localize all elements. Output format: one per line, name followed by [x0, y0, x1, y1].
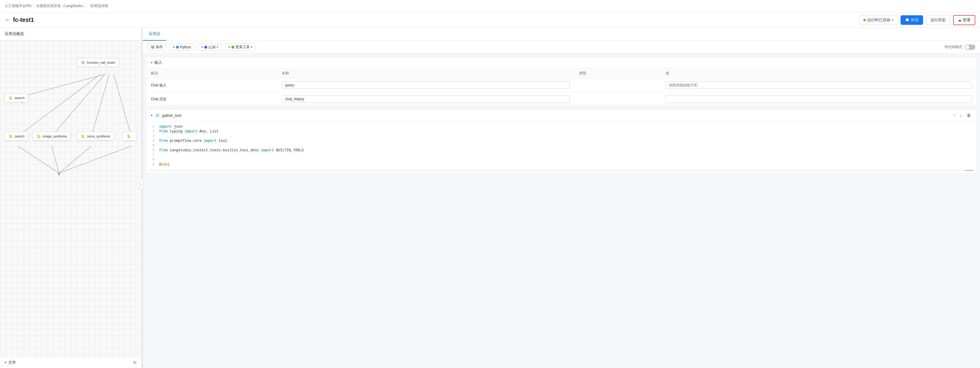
svg-line-4 [114, 74, 131, 136]
col-header-value: 值 [661, 68, 977, 78]
save-icon: 🖫 [151, 45, 154, 49]
svg-line-8 [59, 146, 92, 173]
horizontal-scrollbar[interactable] [965, 170, 974, 171]
code-section-header: ▾ ⚙ gather_tool ↑ ↓ 🗑 [146, 109, 977, 122]
chat-button[interactable]: 💬 对话 [900, 15, 923, 25]
tab-app-flow[interactable]: 应用流 [143, 28, 166, 41]
move-up-button[interactable]: ↑ [952, 113, 956, 118]
page-title: fc-test1 [13, 16, 34, 23]
svg-line-1 [18, 74, 100, 136]
add-more-tools-button[interactable]: + 更多工具 ▾ [225, 43, 256, 51]
code-line-5: 5 [146, 143, 977, 148]
toggle-knob [965, 45, 969, 49]
node-function-call-router[interactable]: ⚙ function_call_router [77, 58, 119, 67]
node-label-router: function_call_router [87, 61, 115, 64]
plus-icon: + [173, 45, 175, 49]
deploy-button[interactable]: ☁ 部署 [953, 15, 975, 25]
code-section-toggle-icon[interactable]: ▾ [151, 114, 153, 117]
runtime-button-label: 运行时已启动 [867, 17, 890, 23]
llm-chevron-icon: ▾ [217, 45, 218, 49]
add-llm-button[interactable]: + LLM ▾ [198, 44, 221, 51]
col-header-type: 类型 [574, 68, 661, 78]
node-label-search-bottom: search [15, 135, 24, 138]
input-row-2-value[interactable] [666, 95, 972, 103]
content-area: ▾ 输入 标识 名称 类型 值 Chat 输入 [143, 54, 980, 368]
left-panel-header: 应用流概览 [0, 28, 142, 40]
node-search-bottom[interactable]: 🐍 search [5, 132, 28, 141]
more-tools-label: 更多工具 [235, 44, 250, 49]
save-label: 保存 [156, 44, 163, 49]
input-section-title: 输入 [154, 60, 162, 65]
input-row-2-name[interactable]: chat_history [282, 95, 570, 103]
llm-label: LLM [208, 45, 215, 49]
llm-dot-icon [204, 46, 207, 49]
deploy-icon: ☁ [958, 18, 961, 22]
left-panel-footer: ▾ 文件 ↻ [0, 357, 142, 368]
input-row-1-name[interactable]: query [282, 81, 570, 89]
input-row-1-type [574, 78, 661, 92]
expand-left-button[interactable]: ‹ [139, 179, 143, 189]
tool-dot-icon [231, 46, 234, 49]
node-search-top[interactable]: 🐍 search [5, 94, 28, 102]
breadcrumb-item-3: 应用流详情 [90, 3, 108, 8]
deploy-button-label: 部署 [963, 17, 970, 23]
breadcrumb-item-2: 大模型应用开发（LangStudio） [36, 3, 86, 8]
svg-line-2 [52, 74, 105, 136]
move-down-button[interactable]: ↓ [959, 113, 963, 118]
runtime-button[interactable]: 运行时已启动 ▾ [859, 15, 898, 25]
save-button[interactable]: 🖫 保存 [148, 43, 166, 51]
node-icon-image-synthesis: 🐍 [36, 134, 41, 139]
main-layout: 应用流概览 [0, 28, 980, 368]
refresh-icon[interactable]: ↻ [134, 360, 137, 365]
back-button[interactable]: ← [5, 17, 10, 23]
svg-line-3 [92, 74, 109, 136]
code-line-6: 6 from langstudio_toolkit.tools.builtin_… [146, 148, 977, 153]
input-table: 标识 名称 类型 值 Chat 输入 query [146, 68, 977, 106]
chat-icon: 💬 [905, 18, 910, 22]
toolbar: 🖫 保存 + Python + LLM ▾ + 更多工具 [143, 41, 980, 54]
input-row-chat-history: Chat 历史 chat_history [146, 92, 977, 106]
svg-marker-10 [57, 173, 60, 176]
node-extra[interactable]: 🐍 [123, 132, 137, 141]
python-label: Python [180, 45, 191, 49]
svg-line-7 [52, 146, 59, 173]
node-image-synthesis[interactable]: 🐍 image_synthesis [32, 132, 71, 141]
code-section-title: gather_tool [162, 113, 181, 117]
input-row-1-value[interactable] [666, 81, 972, 89]
tab-app-flow-label: 应用流 [149, 32, 160, 36]
node-icon-search-bottom: 🐍 [8, 134, 13, 139]
header-left: ← fc-test1 [5, 16, 34, 23]
code-editor[interactable]: 1 import json 2 from typing import Any, … [146, 122, 977, 170]
code-line-3: 3 [146, 134, 977, 139]
history-button[interactable]: 运行历史 [926, 15, 950, 25]
files-toggle-icon: ▾ [5, 361, 6, 365]
node-icon-voice-synthesis: 🐍 [81, 134, 85, 139]
col-header-name: 名称 [277, 68, 574, 78]
files-section: ▾ 文件 [5, 360, 16, 365]
more-tools-chevron-icon: ▾ [251, 45, 252, 49]
node-voice-synthesis[interactable]: 🐍 voice_synthesis [77, 132, 114, 141]
code-line-8: 8 [146, 157, 977, 162]
node-icon-router: ⚙ [81, 60, 85, 65]
toolbar-left: 🖫 保存 + Python + LLM ▾ + 更多工具 [148, 43, 256, 51]
delete-button[interactable]: 🗑 [966, 113, 972, 118]
code-section-header-right: ↑ ↓ 🗑 [952, 113, 972, 118]
svg-line-0 [22, 74, 105, 97]
pure-code-toggle-switch[interactable] [965, 44, 975, 50]
input-section: ▾ 输入 标识 名称 类型 值 Chat 输入 [146, 57, 977, 106]
code-line-2: 2 from typing import Any, List [146, 129, 977, 134]
code-line-4: 4 from promptflow.core import tool [146, 139, 977, 143]
node-label-search-top: search [15, 96, 24, 100]
code-line-9: 9 @tool [146, 162, 977, 167]
add-python-button[interactable]: + Python [169, 44, 194, 51]
col-header-label: 标识 [146, 68, 277, 78]
pure-code-mode: 纯代码模式 [945, 44, 975, 50]
node-label-image-synthesis: image_synthesis [43, 135, 67, 138]
node-icon-search-top: 🐍 [8, 95, 13, 100]
tabs-bar: 应用流 [143, 28, 980, 41]
left-panel-title: 应用流概览 [5, 32, 24, 36]
plus-icon-2: + [201, 45, 203, 49]
input-toggle-icon[interactable]: ▾ [151, 61, 153, 65]
input-row-chat-input: Chat 输入 query [146, 78, 977, 92]
gather-tool-section: ▾ ⚙ gather_tool ↑ ↓ 🗑 1 import json [146, 109, 977, 174]
